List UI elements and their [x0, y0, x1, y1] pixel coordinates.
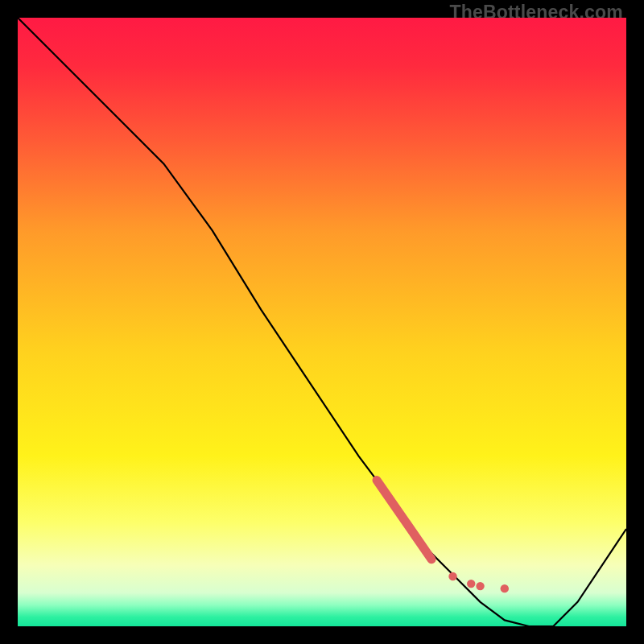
highlight-dot	[476, 582, 484, 590]
chart-frame	[18, 18, 626, 626]
highlight-dot	[467, 580, 475, 588]
highlight-dot	[501, 584, 509, 592]
highlight-dot	[448, 572, 456, 580]
bottleneck-chart	[18, 18, 626, 626]
